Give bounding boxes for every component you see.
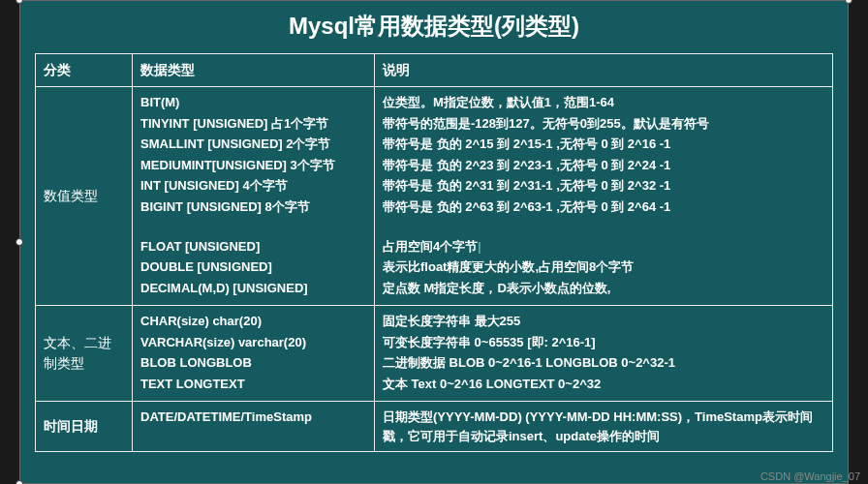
desc-bit: 位类型。M指定位数，默认值1，范围1-64 <box>383 93 824 112</box>
desc-bigint: 带符号是 负的 2^63 到 2^63-1 ,无符号 0 到 2^64 -1 <box>383 197 824 217</box>
cat-date: 时间日期 <box>36 402 133 452</box>
desc-tinyint: 带符号的范围是-128到127。无符号0到255。默认是有符号 <box>383 114 824 134</box>
type-smallint: SMALLINT [UNSIGNED] 2个字节 <box>140 135 366 154</box>
row-date: 时间日期 DATE/DATETIME/TimeStamp 日期类型(YYYY-M… <box>36 402 833 452</box>
type-int: INT [UNSIGNED] 4个字节 <box>140 176 366 196</box>
desc-int: 带符号是 负的 2^31 到 2^31-1 ,无符号 0 到 2^32 -1 <box>383 176 824 196</box>
text-cursor: | <box>478 239 480 254</box>
desc-mediumint: 带符号是 负的 2^23 到 2^23-1 ,无符号 0 到 2^24 -1 <box>383 156 824 175</box>
type-decimal: DECIMAL(M,D) [UNSIGNED] <box>140 279 366 298</box>
desc-float: 占用空间4个字节| <box>383 237 824 257</box>
desc-decimal: 定点数 M指定长度，D表示小数点的位数, <box>383 279 824 298</box>
types-text: CHAR(size) char(20) VARCHAR(size) varcha… <box>133 306 375 402</box>
row-numeric: 数值类型 BIT(M) TINYINT [UNSIGNED] 占1个字节 SMA… <box>36 87 833 306</box>
slide-frame: Mysql常用数据类型(列类型) 分类 数据类型 说明 数值类型 BIT(M) … <box>19 0 849 484</box>
type-date: DATE/DATETIME/TimeStamp <box>133 402 375 452</box>
watermark-text: CSDN @Wangjie_07 <box>760 470 860 482</box>
desc-smallint: 带符号是 负的 2^15 到 2^15-1 ,无符号 0 到 2^16 -1 <box>383 135 824 154</box>
type-tinyint: TINYINT [UNSIGNED] 占1个字节 <box>140 114 366 134</box>
header-datatype: 数据类型 <box>133 54 375 87</box>
desc-varchar: 可变长度字符串 0~65535 [即: 2^16-1] <box>383 333 824 352</box>
type-blob: BLOB LONGBLOB <box>140 353 366 373</box>
header-category: 分类 <box>36 54 133 87</box>
cat-numeric: 数值类型 <box>36 87 133 306</box>
desc-numeric: 位类型。M指定位数，默认值1，范围1-64 带符号的范围是-128到127。无符… <box>375 87 833 306</box>
desc-textlong: 文本 Text 0~2^16 LONGTEXT 0~2^32 <box>383 375 824 394</box>
selection-handle-icon[interactable] <box>845 0 852 4</box>
desc-blob: 二进制数据 BLOB 0~2^16-1 LONGBLOB 0~2^32-1 <box>383 353 824 373</box>
selection-handle-icon[interactable] <box>16 238 23 246</box>
desc-double: 表示比float精度更大的小数,占用空间8个字节 <box>383 257 824 277</box>
type-textlong: TEXT LONGTEXT <box>140 375 366 394</box>
type-char: CHAR(size) char(20) <box>140 312 366 331</box>
type-double: DOUBLE [UNSIGNED] <box>140 257 366 277</box>
slide-title: Mysql常用数据类型(列类型) <box>20 1 848 53</box>
header-description: 说明 <box>375 54 833 87</box>
desc-text: 固定长度字符串 最大255 可变长度字符串 0~65535 [即: 2^16-1… <box>375 306 833 402</box>
type-bigint: BIGINT [UNSIGNED] 8个字节 <box>140 197 366 217</box>
type-float: FLOAT [UNSIGNED] <box>140 237 366 257</box>
selection-handle-icon[interactable] <box>16 480 23 484</box>
datatype-table: 分类 数据类型 说明 数值类型 BIT(M) TINYINT [UNSIGNED… <box>35 53 833 452</box>
desc-char: 固定长度字符串 最大255 <box>383 312 824 331</box>
desc-date: 日期类型(YYYY-MM-DD) (YYYY-MM-DD HH:MM:SS)，T… <box>375 402 833 452</box>
types-numeric: BIT(M) TINYINT [UNSIGNED] 占1个字节 SMALLINT… <box>133 87 375 306</box>
table-header-row: 分类 数据类型 说明 <box>36 54 833 87</box>
cat-text: 文本、二进制类型 <box>36 306 133 402</box>
type-bit: BIT(M) <box>140 93 366 112</box>
type-varchar: VARCHAR(size) varchar(20) <box>140 333 366 352</box>
type-mediumint: MEDIUMINT[UNSIGNED] 3个字节 <box>140 156 366 175</box>
row-text: 文本、二进制类型 CHAR(size) char(20) VARCHAR(siz… <box>36 306 833 402</box>
